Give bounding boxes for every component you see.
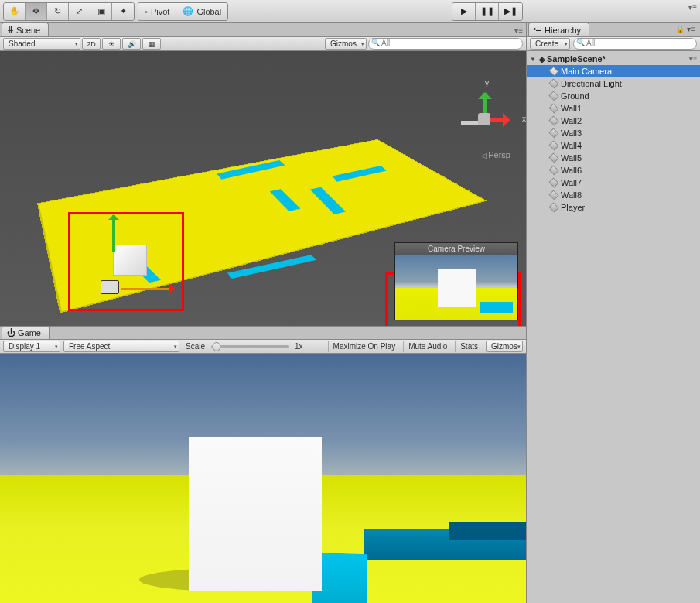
gameobject-icon xyxy=(548,67,559,76)
gameobject-icon xyxy=(548,153,559,163)
global-toggle[interactable]: 🌐Global xyxy=(176,3,227,20)
gameobject-icon xyxy=(548,166,559,175)
gameobject-icon xyxy=(548,128,559,138)
rect-tool[interactable]: ▣ xyxy=(90,3,112,20)
hierarchy-item[interactable]: Wall5 xyxy=(527,152,700,164)
axis-y-label: y xyxy=(485,79,489,87)
scene-search-input[interactable]: All xyxy=(368,38,523,50)
2d-toggle[interactable]: 2D xyxy=(82,38,101,50)
right-column: ≔ Hierarchy 🔒 ▾≡ Create All ▼ ◈ SampleSc… xyxy=(526,23,700,603)
axis-neg-icon xyxy=(461,121,480,125)
scene-tab-label: Scene xyxy=(16,26,40,35)
transform-tools: ✋ ✥ ↻ ⤢ ▣ ✦ xyxy=(3,2,135,21)
pause-button[interactable]: ❚❚ xyxy=(476,3,499,20)
hierarchy-item-label: Main Camera xyxy=(561,67,612,76)
rotate-tool[interactable]: ↻ xyxy=(47,3,69,20)
projection-label[interactable]: ◁ Persp xyxy=(481,150,510,159)
left-column: ⋕ Scene ▾≡ Shaded 2D ☀ 🔊 ▦ Gizmos All xyxy=(0,23,526,603)
tab-options-icon[interactable]: ▾≡ xyxy=(688,3,697,12)
lighting-toggle[interactable]: ☀ xyxy=(102,38,121,50)
step-button[interactable]: ▶❚ xyxy=(499,3,522,20)
scale-value: 1x xyxy=(292,342,306,351)
pivot-icon: ◦ xyxy=(145,7,148,16)
gameobject-icon xyxy=(548,190,559,200)
hierarchy-item-label: Ground xyxy=(561,91,589,101)
hierarchy-item[interactable]: Wall2 xyxy=(527,115,700,127)
gameobject-icon xyxy=(548,116,559,125)
scene-view[interactable]: y x ◁ Persp Camera Preview xyxy=(0,51,526,326)
hierarchy-item[interactable]: Wall3 xyxy=(527,127,700,139)
hierarchy-item-label: Wall1 xyxy=(561,104,582,113)
hierarchy-item-label: Wall7 xyxy=(561,178,582,187)
hierarchy-item[interactable]: Wall4 xyxy=(527,139,700,152)
camera-preview-body xyxy=(395,255,517,320)
expand-arrow-icon[interactable]: ▼ xyxy=(530,56,538,63)
axis-center-icon[interactable] xyxy=(478,113,490,125)
game-tab[interactable]: ⏻ Game xyxy=(2,326,50,339)
scale-slider[interactable] xyxy=(211,345,289,348)
orientation-gizmo[interactable] xyxy=(453,91,515,153)
hierarchy-item[interactable]: Wall6 xyxy=(527,164,700,176)
tab-options-icon[interactable]: ▾≡ xyxy=(514,26,523,35)
hierarchy-tab-row: ≔ Hierarchy 🔒 ▾≡ xyxy=(527,23,700,37)
hierarchy-item[interactable]: Ground xyxy=(527,90,700,102)
main-layout: ⋕ Scene ▾≡ Shaded 2D ☀ 🔊 ▦ Gizmos All xyxy=(0,23,700,603)
create-dropdown[interactable]: Create xyxy=(530,38,570,50)
scene-tab-row: ⋕ Scene ▾≡ xyxy=(0,23,526,37)
maximize-toggle[interactable]: Maximize On Play xyxy=(328,341,401,352)
shading-dropdown[interactable]: Shaded xyxy=(3,38,80,50)
gizmos-dropdown[interactable]: Gizmos xyxy=(325,38,367,50)
globe-icon: 🌐 xyxy=(183,6,193,16)
fx-toggle[interactable]: ▦ xyxy=(142,38,161,50)
stats-toggle[interactable]: Stats xyxy=(455,341,483,352)
context-menu-icon[interactable]: ▾≡ xyxy=(689,55,697,63)
display-dropdown[interactable]: Display 1 xyxy=(3,341,60,352)
hierarchy-item[interactable]: Player xyxy=(527,201,700,214)
hierarchy-item[interactable]: Main Camera xyxy=(527,65,700,77)
hierarchy-item[interactable]: Wall1 xyxy=(527,102,700,115)
camera-preview-title: Camera Preview xyxy=(395,243,517,255)
hierarchy-tab[interactable]: ≔ Hierarchy xyxy=(528,22,589,36)
game-tab-row: ⏻ Game ▾≡ xyxy=(0,326,526,340)
gameobject-icon xyxy=(548,91,559,101)
hierarchy-root-label: SampleScene* xyxy=(547,54,606,63)
hierarchy-item[interactable]: Directional Light xyxy=(527,77,700,90)
hierarchy-tab-label: Hierarchy xyxy=(545,26,581,35)
hand-tool[interactable]: ✋ xyxy=(4,3,26,20)
hierarchy-item[interactable]: Wall8 xyxy=(527,189,700,201)
scene-controls: Shaded 2D ☀ 🔊 ▦ Gizmos All xyxy=(0,37,526,51)
game-gizmos-dropdown[interactable]: Gizmos xyxy=(486,341,523,352)
scene-icon: ⋕ xyxy=(7,25,14,35)
game-wall xyxy=(449,522,526,540)
hierarchy-tree[interactable]: ▼ ◈ SampleScene* ▾≡ Main CameraDirection… xyxy=(527,51,700,603)
scale-tool[interactable]: ⤢ xyxy=(69,3,90,20)
pivot-toggle[interactable]: ◦Pivot xyxy=(138,3,176,20)
hierarchy-item-label: Player xyxy=(561,203,585,212)
game-icon: ⏻ xyxy=(7,328,15,337)
hierarchy-item-label: Wall2 xyxy=(561,116,582,125)
gameobject-icon xyxy=(548,203,559,212)
pivot-global-group: ◦Pivot 🌐Global xyxy=(138,2,228,21)
game-controls: Display 1 Free Aspect Scale 1x Maximize … xyxy=(0,340,526,354)
hierarchy-item-label: Wall8 xyxy=(561,190,582,200)
hierarchy-item[interactable]: Wall7 xyxy=(527,176,700,189)
hierarchy-scene-root[interactable]: ▼ ◈ SampleScene* ▾≡ xyxy=(527,53,700,65)
axis-x-label: x xyxy=(522,115,526,123)
lock-icon[interactable]: 🔒 ▾≡ xyxy=(675,25,695,33)
hierarchy-item-label: Wall5 xyxy=(561,153,582,163)
mute-toggle[interactable]: Mute Audio xyxy=(403,341,452,352)
scene-tab[interactable]: ⋕ Scene xyxy=(2,22,49,36)
slider-thumb[interactable] xyxy=(213,342,220,351)
hierarchy-item-label: Wall6 xyxy=(561,166,582,175)
audio-toggle[interactable]: 🔊 xyxy=(122,38,141,50)
gameobject-icon xyxy=(548,79,559,88)
move-tool[interactable]: ✥ xyxy=(26,3,47,20)
unified-tool[interactable]: ✦ xyxy=(112,3,134,20)
hierarchy-search-input[interactable]: All xyxy=(573,38,697,50)
aspect-dropdown[interactable]: Free Aspect xyxy=(63,341,179,352)
hierarchy-item-label: Directional Light xyxy=(561,79,622,88)
play-button[interactable]: ▶ xyxy=(452,3,476,20)
hierarchy-controls: Create All xyxy=(527,37,700,51)
game-tab-label: Game xyxy=(18,328,41,337)
scale-label: Scale xyxy=(183,342,208,351)
